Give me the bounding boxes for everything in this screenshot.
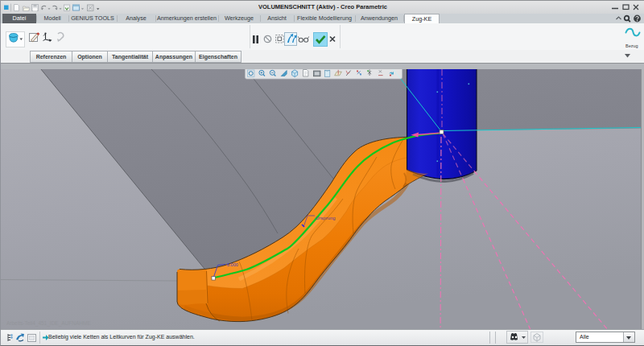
svg-text:8.000: 8.000 [227,262,238,267]
svg-text:Arbeits-Teil4_451_IDE_AUFNAHME: Arbeits-Teil4_451_IDE_AUFNAHME [6,320,91,327]
svg-text:Ursprung: Ursprung [316,216,336,220]
svg-text:Bezug: Bezug [625,43,638,48]
